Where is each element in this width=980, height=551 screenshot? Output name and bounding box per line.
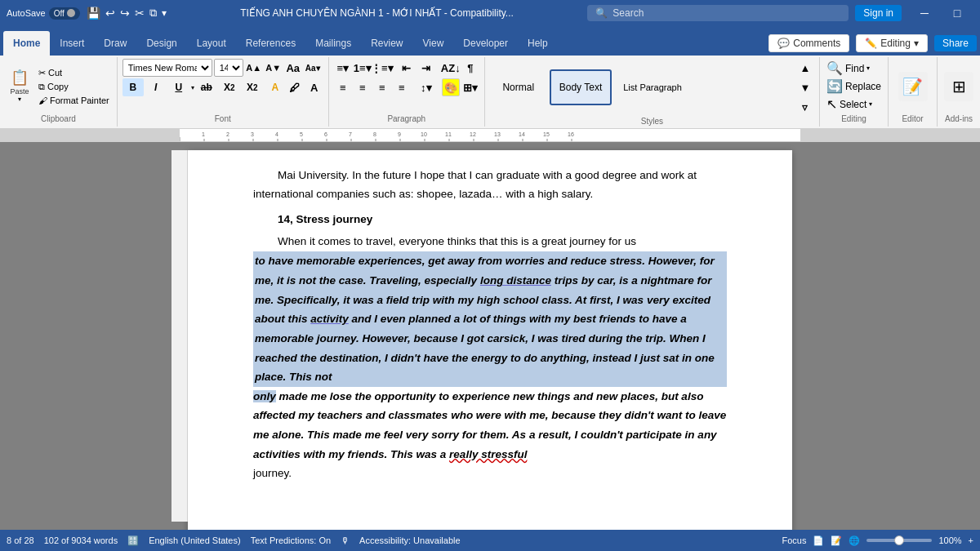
autosave-area: AutoSave Off [7, 7, 80, 20]
print-view-icon[interactable]: 📝 [831, 535, 842, 546]
paste-button[interactable]: 📋 Paste ▾ [5, 65, 34, 108]
svg-text:15: 15 [543, 131, 550, 137]
show-hide-button[interactable]: ¶ [461, 59, 479, 77]
undo-icon[interactable]: ↩ [105, 7, 115, 20]
format-painter-btn[interactable]: 🖌 Format Painter [36, 95, 112, 106]
focus-button[interactable]: Focus [782, 535, 806, 545]
comments-button[interactable]: 💬 Comments [768, 34, 849, 52]
bullets-button[interactable]: ≡▾ [334, 59, 352, 77]
zoom-slider[interactable] [866, 539, 932, 542]
autosave-toggle[interactable]: Off [49, 7, 80, 20]
find-button[interactable]: 🔍 Find ▾ [826, 60, 881, 76]
copy-icon: ⧉ [38, 82, 45, 92]
superscript-button[interactable]: X2 [242, 78, 263, 96]
editing-label: Editing [826, 113, 881, 125]
brush-icon: 🖌 [38, 96, 47, 105]
bold-button[interactable]: B [122, 78, 144, 96]
style-body-text[interactable]: Body Text [550, 69, 612, 105]
subscript-button[interactable]: X2 [219, 78, 240, 96]
tab-home[interactable]: Home [3, 31, 50, 56]
numbering-button[interactable]: 1≡▾ [354, 59, 372, 77]
styles-scroll-down[interactable]: ▼ [796, 78, 814, 96]
cut-icon: ✂ [38, 68, 46, 78]
tab-help[interactable]: Help [518, 31, 558, 56]
increase-indent-button[interactable]: ⇥ [417, 59, 435, 77]
ruler-content-area[interactable]: 1 2 3 4 5 6 7 8 9 10 11 [180, 129, 800, 141]
font-family-select[interactable]: Times New Roman [122, 59, 212, 77]
editing-dropdown-button[interactable]: ✏️ Editing ▾ [856, 34, 928, 52]
line-spacing-button[interactable]: ↕▾ [417, 78, 435, 96]
tab-design[interactable]: Design [136, 31, 186, 56]
grow-font-button[interactable]: A▲ [245, 59, 263, 77]
highlight-color-button[interactable]: 🖊 [286, 78, 304, 96]
underline-button[interactable]: U [168, 78, 189, 96]
styles-scroll-up[interactable]: ▲ [796, 59, 814, 77]
addins-button[interactable]: ⊞ [944, 72, 973, 101]
sort-button[interactable]: AZ↓ [442, 59, 460, 77]
clipboard-label: Clipboard [41, 113, 76, 125]
change-case-button[interactable]: Aa▾ [304, 59, 322, 77]
strikethrough-button[interactable]: ab [196, 78, 217, 96]
decrease-indent-button[interactable]: ⇤ [398, 59, 416, 77]
select-button[interactable]: ↖ Select ▾ [826, 96, 881, 112]
read-view-icon[interactable]: 📄 [813, 535, 824, 546]
svg-text:13: 13 [494, 131, 501, 137]
shading-button[interactable]: 🎨 [442, 78, 460, 96]
maximize-button[interactable]: □ [941, 0, 973, 26]
cut-icon[interactable]: ✂ [135, 7, 145, 20]
svg-text:14: 14 [519, 131, 525, 137]
editor-label: Editor [902, 113, 923, 125]
redo-icon[interactable]: ↪ [120, 7, 130, 20]
borders-button[interactable]: ⊞▾ [461, 78, 479, 96]
font-color-button[interactable]: A [305, 78, 323, 96]
italic-button[interactable]: I [145, 78, 167, 96]
document-area[interactable]: Mai University. In the future I hope tha… [0, 142, 980, 530]
customize-icon[interactable]: ▾ [162, 7, 167, 19]
justify-button[interactable]: ≡ [393, 78, 411, 96]
clear-format-button[interactable]: Aa [284, 59, 302, 77]
intro-paragraph: Mai University. In the future I hope tha… [253, 167, 727, 204]
tab-draw[interactable]: Draw [94, 31, 136, 56]
select-chevron: ▾ [869, 100, 872, 108]
share-button[interactable]: Share [934, 35, 977, 51]
editor-button[interactable]: 📝 [898, 72, 928, 101]
style-list-paragraph[interactable]: List Paragraph [614, 69, 691, 105]
search-icon: 🔍 [595, 7, 608, 19]
copy-btn[interactable]: ⧉ Copy [36, 81, 112, 93]
align-left-button[interactable]: ≡ [334, 78, 352, 96]
ruler-right-margin [800, 129, 980, 141]
shrink-font-button[interactable]: A▼ [265, 59, 283, 77]
tab-view[interactable]: View [413, 31, 454, 56]
web-view-icon[interactable]: 🌐 [849, 535, 860, 546]
comment-icon: 💬 [777, 38, 790, 49]
font-size-select[interactable]: 14 [214, 59, 243, 77]
only-highlight: only made me lose the opportunity to exp… [253, 387, 727, 464]
proofread-icon: 🔠 [127, 535, 139, 546]
align-center-button[interactable]: ≡ [354, 78, 372, 96]
signin-button[interactable]: Sign in [855, 5, 902, 21]
addins-label: Add-ins [945, 113, 973, 125]
svg-text:9: 9 [398, 131, 401, 137]
cut-btn[interactable]: ✂ Cut [36, 67, 112, 79]
document-page[interactable]: Mai University. In the future I hope tha… [188, 150, 792, 530]
tab-review[interactable]: Review [361, 31, 412, 56]
tab-mailings[interactable]: Mailings [305, 31, 361, 56]
tab-developer[interactable]: Developer [453, 31, 518, 56]
tab-references[interactable]: References [236, 31, 305, 56]
text-predictions-label: Text Predictions: On [251, 535, 331, 545]
text-effect-button[interactable]: A [266, 78, 284, 96]
word-count: 102 of 9034 words [44, 535, 118, 545]
zoom-in-button[interactable]: + [969, 535, 973, 545]
search-bar[interactable]: 🔍 Search [587, 5, 849, 21]
tab-insert[interactable]: Insert [50, 31, 94, 56]
styles-more[interactable]: ▿ [796, 98, 814, 116]
minimize-button[interactable]: ─ [908, 0, 941, 26]
save-icon[interactable]: 💾 [87, 7, 100, 20]
multilevel-button[interactable]: ⋮≡▾ [373, 59, 391, 77]
replace-button[interactable]: 🔄 Replace [826, 78, 881, 94]
align-right-button[interactable]: ≡ [373, 78, 391, 96]
tab-layout[interactable]: Layout [187, 31, 236, 56]
copy-icon[interactable]: ⧉ [149, 7, 157, 20]
style-normal[interactable]: Normal [490, 69, 547, 105]
underline-chevron: ▾ [191, 84, 194, 91]
